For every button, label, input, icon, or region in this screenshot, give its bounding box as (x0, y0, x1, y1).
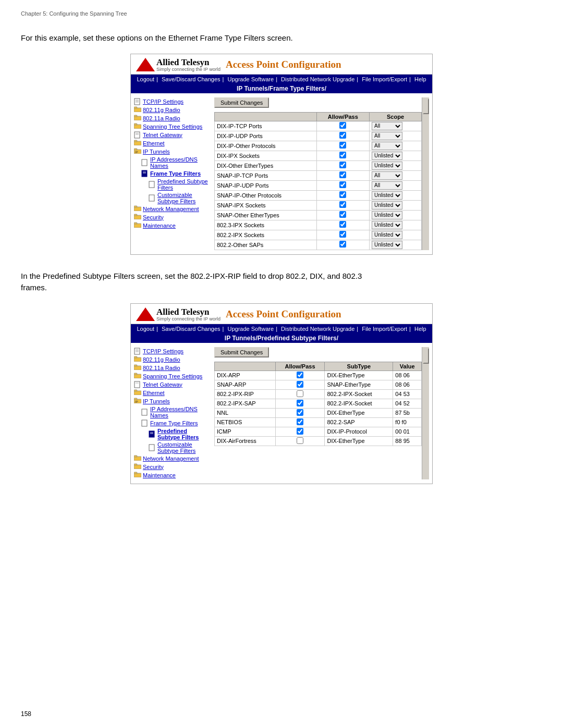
row-scope[interactable]: AllUnlisted (370, 141, 422, 151)
sidebar-link-security-1[interactable]: Security (143, 214, 164, 220)
sidebar-link-maintenance-2[interactable]: Maintenance (143, 472, 176, 478)
nav-file-1[interactable]: File Import/Export (362, 76, 407, 82)
nav-logout-1[interactable]: Logout (137, 76, 154, 82)
sidebar-item-iptunnels-1[interactable]: IP IP Tunnels (134, 147, 211, 156)
sidebar-link-custom-1[interactable]: Customizable Subtype Filters (157, 192, 211, 204)
sidebar-item-spanning-2[interactable]: Spanning Tree Settings (134, 372, 211, 380)
row-scope[interactable]: UnlistedAll (370, 161, 422, 170)
row-scope[interactable]: AllUnlisted (370, 180, 422, 190)
row-checkbox[interactable] (316, 210, 370, 220)
row-checkbox[interactable] (316, 151, 370, 161)
sidebar-item-custom-1[interactable]: Customizable Subtype Filters (149, 191, 211, 205)
row-scope[interactable]: UnlistedAll (370, 230, 422, 240)
row-checkbox[interactable] (316, 121, 370, 131)
sidebar-item-spanning-1[interactable]: Spanning Tree Settings (134, 122, 211, 131)
sidebar-item-ipaddreses-1[interactable]: IP Addresses/DNS Names (141, 156, 211, 169)
row-checkbox[interactable] (316, 180, 370, 190)
nav-help-1[interactable]: Help (414, 76, 426, 82)
sidebar-link-netmgmt-2[interactable]: Network Management (143, 455, 199, 462)
row-scope[interactable]: UnlistedAll (370, 151, 422, 161)
sidebar-link-80211a-2[interactable]: 802.11a Radio (143, 365, 180, 371)
row-checkbox[interactable] (316, 161, 370, 170)
sidebar-item-80211a-1[interactable]: 802.11a Radio (134, 114, 211, 122)
sidebar-item-tcpip-1[interactable]: TCP/IP Settings (134, 97, 211, 106)
submit-btn-2[interactable]: Submit Changes (214, 347, 269, 357)
row-checkbox[interactable] (275, 436, 325, 446)
sidebar-link-80211a-1[interactable]: 802.11a Radio (143, 115, 180, 121)
row-checkbox[interactable] (275, 380, 325, 389)
sidebar-link-ethernet-2[interactable]: Ethernet (143, 390, 165, 396)
sidebar-item-custom-2[interactable]: Customizable Subtype Filters (149, 441, 211, 454)
row-checkbox[interactable] (316, 240, 370, 250)
sidebar-link-ipaddr-1[interactable]: IP Addresses/DNS Names (150, 156, 211, 169)
sidebar-item-security-2[interactable]: Security (134, 463, 211, 471)
sidebar-item-security-1[interactable]: Security (134, 213, 211, 221)
sidebar-item-ethernet-1[interactable]: Ethernet (134, 139, 211, 147)
row-checkbox[interactable] (275, 399, 325, 408)
nav-upgrade-1[interactable]: Upgrade Software (227, 76, 274, 82)
sidebar-item-80211a-2[interactable]: 802.11a Radio (134, 364, 211, 372)
row-checkbox[interactable] (316, 141, 370, 151)
sidebar-link-custom-2[interactable]: Customizable Subtype Filters (157, 441, 211, 454)
sidebar-item-frametype-2[interactable]: Frame Type Filters (141, 419, 211, 427)
row-scope[interactable]: AllUnlisted (370, 131, 422, 141)
sidebar-item-maintenance-1[interactable]: Maintenance (134, 221, 211, 230)
sidebar-link-predefined-2[interactable]: Predefined Subtype Filters (157, 428, 211, 440)
sidebar-link-80211g-1[interactable]: 802.11g Radio (143, 107, 180, 113)
sidebar-link-ethernet-1[interactable]: Ethernet (143, 140, 165, 146)
row-checkbox[interactable] (275, 417, 325, 427)
sidebar-item-ethernet-2[interactable]: Ethernet (134, 389, 211, 397)
row-checkbox[interactable] (316, 220, 370, 230)
sidebar-item-tcpip-2[interactable]: TCP/IP Settings (134, 347, 211, 355)
sidebar-item-ipaddr-2[interactable]: IP Addresses/DNS Names (141, 405, 211, 419)
row-scope[interactable]: AllUnlisted (370, 170, 422, 180)
sidebar-link-frametype-2[interactable]: Frame Type Filters (150, 420, 198, 426)
sidebar-item-maintenance-2[interactable]: Maintenance (134, 471, 211, 479)
sidebar-item-predefined-2[interactable]: Predefined Subtype Filters (149, 427, 211, 441)
sidebar-link-spanning-1[interactable]: Spanning Tree Settings (143, 124, 202, 130)
sidebar-link-iptunnels-1[interactable]: IP Tunnels (143, 149, 170, 155)
sidebar-item-80211g-2[interactable]: 802.11g Radio (134, 355, 211, 364)
row-scope[interactable]: UnlistedAll (370, 200, 422, 210)
nav-file-2[interactable]: File Import/Export (362, 326, 407, 332)
row-checkbox[interactable] (316, 200, 370, 210)
sidebar-item-telnet-2[interactable]: Telnet Gateway (134, 380, 211, 389)
nav-upgrade-2[interactable]: Upgrade Software (227, 326, 274, 332)
sidebar-link-tcpip-1[interactable]: TCP/IP Settings (143, 98, 183, 105)
sidebar-item-netmgmt-1[interactable]: Network Management (134, 205, 211, 213)
nav-logout-2[interactable]: Logout (137, 326, 154, 332)
sidebar-item-predefined-1[interactable]: Predefined Subtype Filters (149, 178, 211, 191)
sidebar-link-security-2[interactable]: Security (143, 464, 164, 470)
scrollbar-2[interactable] (422, 347, 429, 479)
sidebar-item-iptunnels-2[interactable]: IP IP Tunnels (134, 397, 211, 405)
sidebar-link-telnet-2[interactable]: Telnet Gateway (143, 381, 182, 388)
nav-dist-1[interactable]: Distributed Network Upgrade (281, 76, 354, 82)
sidebar-link-frametype-1[interactable]: Frame Type Filters (150, 170, 201, 177)
row-scope[interactable]: UnlistedAll (370, 210, 422, 220)
nav-save-2[interactable]: Save/Discard Changes (162, 326, 221, 332)
row-checkbox[interactable] (316, 190, 370, 200)
row-scope[interactable]: AllUnlisted (370, 121, 422, 131)
sidebar-item-telnet-1[interactable]: Telnet Gateway (134, 131, 211, 139)
sidebar-link-maintenance-1[interactable]: Maintenance (143, 223, 176, 229)
sidebar-link-spanning-2[interactable]: Spanning Tree Settings (143, 373, 202, 379)
row-scope[interactable]: UnlistedAll (370, 240, 422, 250)
sidebar-item-netmgmt-2[interactable]: Network Management (134, 454, 211, 463)
sidebar-link-80211g-2[interactable]: 802.11g Radio (143, 356, 180, 363)
sidebar-link-ipaddr-2[interactable]: IP Addresses/DNS Names (150, 406, 211, 418)
sidebar-item-80211g-1[interactable]: 802.11g Radio (134, 106, 211, 114)
sidebar-link-tcpip-2[interactable]: TCP/IP Settings (143, 348, 183, 354)
row-checkbox[interactable] (316, 230, 370, 240)
row-checkbox[interactable] (275, 408, 325, 417)
nav-dist-2[interactable]: Distributed Network Upgrade (281, 326, 354, 332)
submit-btn-1[interactable]: Submit Changes (214, 97, 269, 108)
row-checkbox[interactable] (316, 131, 370, 141)
row-checkbox[interactable] (275, 389, 325, 399)
nav-help-2[interactable]: Help (414, 326, 426, 332)
sidebar-link-predefined-1[interactable]: Predefined Subtype Filters (157, 178, 211, 191)
sidebar-item-frametypefilters-1[interactable]: Frame Type Filters (141, 169, 211, 178)
row-scope[interactable]: UnlistedAll (370, 220, 422, 230)
sidebar-link-netmgmt-1[interactable]: Network Management (143, 206, 199, 212)
row-checkbox[interactable] (316, 170, 370, 180)
sidebar-link-telnet-1[interactable]: Telnet Gateway (143, 132, 182, 138)
